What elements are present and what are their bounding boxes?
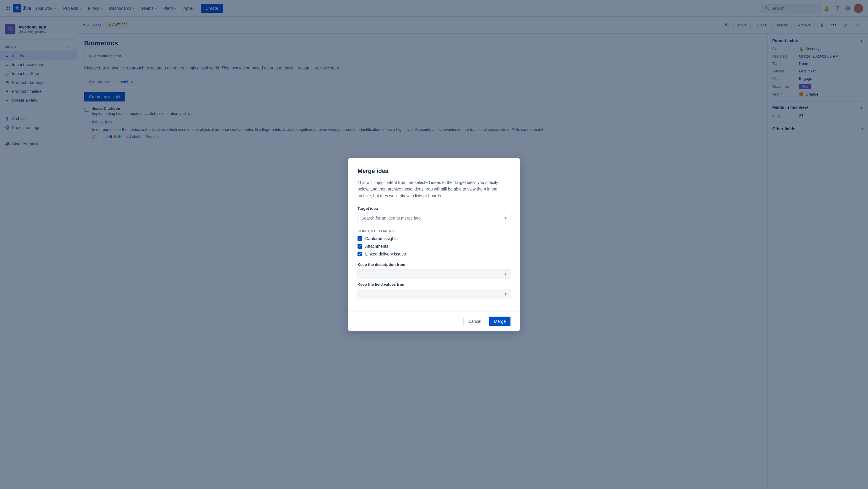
checkbox-attachments: ✓ Attachments [358,244,510,249]
modal-body: Merge idea This will copy content from t… [348,158,520,312]
target-idea-placeholder: Search for an idea to merge into [361,216,421,221]
chevron-down-icon: ▾ [504,216,507,221]
target-idea-label: Target idea [358,206,510,211]
chevron-down-icon: ▾ [504,272,507,277]
cancel-button[interactable]: Cancel [463,317,487,326]
keep-fields-label: Keep the field values from [358,282,510,287]
attachments-checkbox[interactable]: ✓ [358,244,362,249]
checkbox-captured-insights: ✓ Captured insights [358,236,510,241]
modal-overlay[interactable]: Merge idea This will copy content from t… [0,0,868,489]
linked-delivery-checkbox[interactable]: ✓ [358,252,362,256]
target-idea-select[interactable]: Search for an idea to merge into ▾ [358,213,510,223]
content-to-merge-label: Content to merge [358,229,510,233]
captured-insights-checkbox[interactable]: ✓ [358,236,362,241]
checkbox-linked-delivery: ✓ Linked delivery issues [358,252,510,256]
keep-description-label: Keep the description from [358,262,510,267]
keep-description-select[interactable]: ▾ [358,269,510,279]
merge-idea-modal: Merge idea This will copy content from t… [348,158,520,331]
modal-description: This will copy content from the selected… [358,179,510,199]
modal-footer: Cancel Merge [348,312,520,331]
keep-fields-select[interactable]: ▾ [358,289,510,299]
modal-title: Merge idea [358,168,510,174]
merge-confirm-button[interactable]: Merge [489,317,510,326]
chevron-down-icon: ▾ [504,292,507,296]
